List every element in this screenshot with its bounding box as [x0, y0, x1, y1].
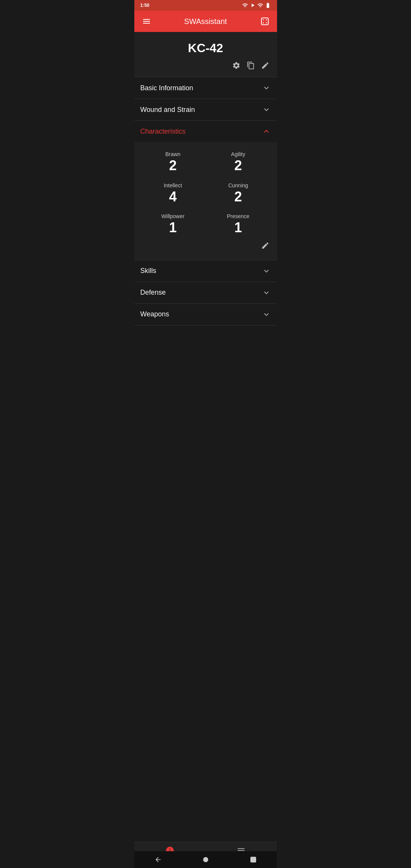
section-wound-strain: Wound and Strain — [134, 99, 277, 121]
stat-cunning: Cunning 2 — [206, 182, 271, 204]
characteristics-edit-button[interactable] — [260, 240, 271, 252]
status-time: 1:50 — [140, 3, 150, 8]
section-skills-header[interactable]: Skills — [134, 260, 277, 282]
stat-brawn: Brawn 2 — [140, 151, 206, 173]
stat-agility-label: Agility — [231, 151, 245, 157]
stat-agility: Agility 2 — [206, 151, 271, 173]
svg-rect-6 — [250, 857, 255, 862]
status-bar: 1:50 — [134, 0, 277, 11]
section-defense-title: Defense — [140, 289, 166, 297]
svg-point-2 — [266, 19, 267, 21]
section-characteristics-title: Characteristics — [140, 128, 186, 136]
settings-button[interactable] — [231, 60, 242, 72]
menu-icon — [142, 17, 151, 26]
chevron-down-icon-4 — [262, 288, 271, 297]
section-weapons: Weapons — [134, 304, 277, 326]
system-nav-bar — [134, 851, 277, 868]
section-skills-title: Skills — [140, 267, 156, 275]
stat-intellect-label: Intellect — [164, 182, 182, 188]
chevron-up-icon — [262, 127, 271, 136]
svg-rect-0 — [261, 18, 268, 25]
svg-point-1 — [263, 19, 264, 21]
section-weapons-header[interactable]: Weapons — [134, 304, 277, 325]
app-bar: SWAssistant — [134, 11, 277, 32]
app-bar-title: SWAssistant — [184, 17, 227, 26]
stat-agility-value: 2 — [234, 158, 242, 173]
section-basic-information: Basic Information — [134, 77, 277, 99]
stat-brawn-label: Brawn — [165, 151, 180, 157]
svg-point-3 — [263, 22, 264, 24]
section-basic-information-title: Basic Information — [140, 84, 193, 92]
stat-willpower-value: 1 — [169, 220, 177, 235]
status-icons — [242, 2, 271, 8]
recents-icon — [249, 856, 257, 863]
section-defense-header[interactable]: Defense — [134, 282, 277, 303]
characteristics-edit-row — [140, 238, 271, 254]
characteristics-content: Brawn 2 Agility 2 Intellect 4 Cunning 2 … — [134, 142, 277, 260]
settings-icon — [232, 61, 241, 70]
svg-point-5 — [203, 857, 208, 862]
characteristics-edit-icon — [261, 241, 269, 250]
section-defense: Defense — [134, 282, 277, 304]
chevron-down-icon — [262, 83, 271, 93]
chevron-down-icon-2 — [262, 105, 271, 114]
dice-button[interactable] — [257, 14, 272, 29]
chevron-down-icon-3 — [262, 266, 271, 276]
stat-presence: Presence 1 — [206, 213, 271, 235]
app-bar-actions — [257, 14, 272, 29]
stat-intellect: Intellect 4 — [140, 182, 206, 204]
edit-button[interactable] — [260, 60, 271, 72]
section-skills: Skills — [134, 260, 277, 282]
character-actions — [140, 60, 271, 72]
back-icon — [154, 856, 162, 863]
signal-icon — [242, 2, 248, 8]
menu-button[interactable] — [139, 14, 154, 29]
dice-icon — [260, 17, 269, 26]
character-header: KC-42 — [134, 32, 277, 77]
edit-icon — [261, 61, 269, 70]
section-weapons-title: Weapons — [140, 310, 169, 318]
home-icon — [202, 856, 209, 863]
home-button[interactable] — [193, 854, 218, 865]
section-characteristics-header[interactable]: Characteristics — [134, 121, 277, 142]
back-button[interactable] — [145, 854, 171, 865]
section-wound-strain-title: Wound and Strain — [140, 106, 195, 114]
stat-brawn-value: 2 — [169, 158, 177, 173]
stat-presence-label: Presence — [227, 213, 249, 219]
characteristics-grid: Brawn 2 Agility 2 Intellect 4 Cunning 2 … — [140, 148, 271, 238]
recents-button[interactable] — [240, 854, 266, 865]
battery-icon — [265, 2, 271, 8]
copy-icon — [247, 61, 255, 70]
stat-cunning-value: 2 — [234, 189, 242, 204]
stat-presence-value: 1 — [234, 220, 242, 235]
svg-point-4 — [266, 22, 267, 24]
stat-willpower: Willpower 1 — [140, 213, 206, 235]
copy-button[interactable] — [245, 60, 256, 72]
section-basic-information-header[interactable]: Basic Information — [134, 77, 277, 99]
stat-cunning-label: Cunning — [228, 182, 248, 188]
section-wound-strain-header[interactable]: Wound and Strain — [134, 99, 277, 120]
stat-willpower-label: Willpower — [161, 213, 185, 219]
chevron-down-icon-5 — [262, 310, 271, 319]
section-characteristics: Characteristics Brawn 2 Agility 2 Intell… — [134, 121, 277, 260]
stat-intellect-value: 4 — [169, 189, 177, 204]
wifi-icon — [257, 2, 263, 8]
character-name: KC-42 — [140, 41, 271, 55]
play-icon — [250, 2, 256, 8]
